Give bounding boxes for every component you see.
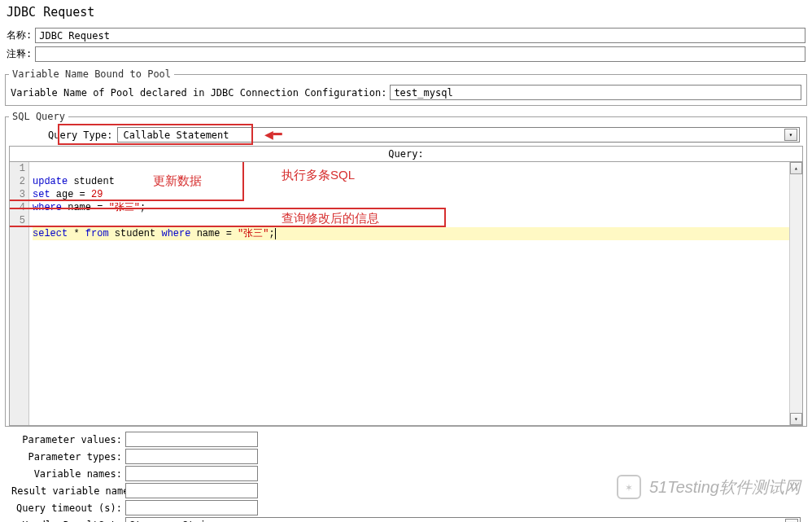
vertical-scrollbar[interactable]: ▴ ▾ [789,162,802,425]
sql-query-legend: SQL Query [9,111,68,122]
scroll-down-icon[interactable]: ▾ [790,413,802,425]
param-values-label: Parameter values: [11,434,125,445]
handle-resultset-dropdown-icon[interactable]: ▾ [785,519,798,522]
query-heading: Query: [9,146,803,161]
variable-pool-legend: Variable Name Bound to Pool [9,68,174,80]
comment-label: 注释: [7,47,32,61]
variable-names-label: Variable names: [11,468,125,480]
panel-title: JDBC Request [0,0,812,26]
query-type-select[interactable]: Callable Statement ▾ [117,127,800,143]
param-types-label: Parameter types: [11,451,125,463]
param-values-input[interactable] [125,432,258,447]
pool-var-label: Variable Name of Pool declared in JDBC C… [11,87,386,99]
scroll-up-icon[interactable]: ▴ [790,162,802,174]
result-form: Parameter values: Parameter types: Varia… [5,427,807,522]
result-variable-input[interactable] [125,483,258,498]
variable-names-input[interactable] [125,466,258,481]
query-type-dropdown-icon[interactable]: ▾ [784,129,797,141]
handle-resultset-select[interactable]: Store as String ▾ [125,517,801,522]
param-types-input[interactable] [125,449,258,464]
comment-input[interactable] [35,46,805,62]
query-timeout-input[interactable] [125,500,258,515]
pool-var-input[interactable] [390,85,801,100]
code-area[interactable]: update studentset age = 29where name = "… [29,162,789,425]
query-timeout-label: Query timeout (s): [11,502,125,514]
handle-resultset-value: Store as String [129,520,217,523]
name-label: 名称: [7,29,32,42]
name-input[interactable] [35,28,805,43]
handle-resultset-label: Handle ResultSet: [11,520,125,523]
line-gutter: 1 2 3 4 5 [10,162,29,425]
sql-query-fieldset: SQL Query Query Type: Callable Statement… [5,111,807,427]
result-variable-label: Result variable name: [11,485,125,497]
query-type-value: Callable Statement [123,129,229,141]
query-type-label: Query Type: [12,129,117,141]
variable-pool-fieldset: Variable Name Bound to Pool Variable Nam… [5,68,807,106]
sql-editor[interactable]: 1 2 3 4 5 update studentset age = 29wher… [9,161,803,426]
